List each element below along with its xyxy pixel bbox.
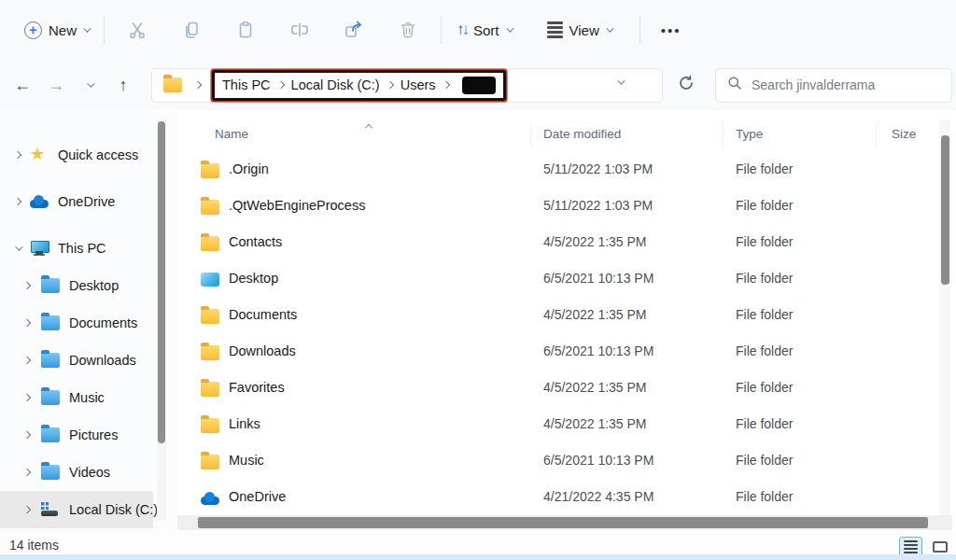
delete-button[interactable]	[381, 11, 435, 49]
file-name[interactable]: Contacts	[229, 234, 282, 249]
file-row-documents[interactable]: Documents 4/5/2022 1:35 PM File folder	[177, 298, 934, 334]
file-name[interactable]: Desktop	[229, 271, 278, 286]
cut-button[interactable]	[110, 11, 164, 49]
file-explorer-window: + New	[0, 0, 956, 560]
sidebar-item-onedrive[interactable]: OneDrive	[0, 183, 153, 220]
sort-button[interactable]: ↑↓ Sort	[447, 13, 521, 47]
sidebar-item-this-pc[interactable]: This PC	[0, 230, 153, 267]
search-placeholder: Search jinvalderrama	[752, 77, 875, 92]
file-name[interactable]: Downloads	[229, 343, 296, 358]
file-name[interactable]: .Origin	[229, 161, 269, 176]
column-header-size[interactable]: Size	[892, 127, 916, 141]
file-row-links[interactable]: Links 4/5/2022 1:35 PM File folder	[177, 407, 934, 443]
expand-chevron-icon[interactable]	[21, 432, 34, 438]
address-dropdown-chevron-icon[interactable]	[617, 77, 625, 84]
recent-locations-button[interactable]	[73, 69, 106, 101]
column-divider[interactable]	[723, 123, 724, 147]
file-rows: .Origin 5/11/2022 1:03 PM File folder .Q…	[177, 152, 934, 516]
file-name[interactable]: Links	[229, 416, 260, 431]
file-date-modified: 6/5/2021 10:13 PM	[543, 271, 654, 286]
desktop-icon	[201, 273, 219, 287]
onedrive-icon	[30, 194, 49, 209]
file-type: File folder	[736, 416, 793, 431]
file-name[interactable]: .QtWebEngineProcess	[229, 198, 365, 213]
sidebar-item-videos[interactable]: Videos	[0, 454, 153, 491]
refresh-button[interactable]	[670, 69, 702, 101]
folder-icon	[201, 163, 219, 178]
vertical-scrollbar[interactable]	[939, 119, 950, 515]
column-header-type[interactable]: Type	[736, 127, 763, 141]
expand-chevron-icon[interactable]	[21, 395, 34, 400]
search-icon	[727, 76, 742, 94]
sort-ascending-caret-icon	[366, 118, 372, 134]
navigation-pane: Quick access OneDrive This PC Desktop Do…	[0, 110, 153, 532]
file-row-origin[interactable]: .Origin 5/11/2022 1:03 PM File folder	[177, 152, 934, 189]
view-button[interactable]: View	[538, 12, 621, 49]
sidebar-item-desktop[interactable]: Desktop	[0, 267, 153, 304]
expand-chevron-icon[interactable]	[21, 469, 34, 475]
file-date-modified: 4/5/2022 1:35 PM	[543, 380, 647, 395]
expand-chevron-icon[interactable]	[21, 507, 34, 512]
file-row-downloads[interactable]: Downloads 6/5/2021 10:13 PM File folder	[177, 334, 934, 371]
column-header-date-modified[interactable]: Date modified	[543, 127, 621, 141]
window-bottom-edge	[0, 554, 956, 560]
new-button[interactable]: + New	[15, 14, 98, 47]
chevron-down-icon	[83, 24, 91, 32]
sidebar-item-music[interactable]: Music	[0, 379, 153, 416]
file-date-modified: 4/5/2022 1:35 PM	[543, 234, 647, 249]
file-row-desktop[interactable]: Desktop 6/5/2021 10:13 PM File folder	[177, 261, 934, 298]
forward-button[interactable]: →	[39, 69, 73, 101]
breadcrumb[interactable]: This PC Local Disk (C:) Users	[151, 68, 663, 103]
breadcrumb-this-pc[interactable]: This PC	[222, 77, 271, 92]
file-type: File folder	[736, 271, 793, 286]
column-divider[interactable]	[530, 123, 531, 147]
expand-chevron-icon[interactable]	[11, 245, 24, 251]
breadcrumb-users[interactable]: Users	[401, 77, 436, 92]
expand-chevron-icon[interactable]	[11, 152, 24, 158]
file-type: File folder	[736, 234, 793, 249]
folder-icon	[201, 382, 219, 397]
file-type: File folder	[736, 489, 793, 504]
column-divider[interactable]	[876, 123, 877, 147]
file-row-qtwebengineprocess[interactable]: .QtWebEngineProcess 5/11/2022 1:03 PM Fi…	[177, 189, 934, 225]
vertical-scrollbar-thumb[interactable]	[941, 135, 949, 285]
file-row-music[interactable]: Music 6/5/2021 10:13 PM File folder	[177, 443, 934, 480]
folder-icon	[201, 236, 219, 251]
file-row-contacts[interactable]: Contacts 4/5/2022 1:35 PM File folder	[177, 225, 934, 261]
share-button[interactable]	[327, 11, 381, 49]
column-header-name[interactable]: Name	[215, 127, 248, 141]
copy-button[interactable]	[164, 11, 218, 49]
file-type: File folder	[736, 198, 793, 213]
expand-chevron-icon[interactable]	[21, 357, 34, 363]
expand-chevron-icon[interactable]	[21, 320, 34, 326]
star-icon	[30, 147, 49, 162]
back-button[interactable]: ←	[6, 69, 39, 101]
expand-chevron-icon[interactable]	[11, 199, 24, 204]
rename-button[interactable]	[273, 11, 327, 49]
sidebar-item-documents[interactable]: Documents	[0, 304, 153, 342]
horizontal-scrollbar-thumb[interactable]	[198, 517, 928, 528]
file-name[interactable]: Documents	[229, 307, 297, 322]
search-input[interactable]: Search jinvalderrama	[715, 68, 952, 103]
expand-chevron-icon[interactable]	[21, 283, 34, 288]
file-name[interactable]: Favorites	[229, 380, 285, 395]
horizontal-scrollbar[interactable]	[177, 515, 952, 530]
file-date-modified: 5/11/2022 1:03 PM	[543, 161, 653, 176]
sidebar-scrollbar[interactable]	[157, 119, 166, 521]
sidebar-item-downloads[interactable]: Downloads	[0, 342, 153, 379]
trash-icon	[398, 20, 418, 40]
file-type: File folder	[736, 453, 793, 468]
file-row-favorites[interactable]: Favorites 4/5/2022 1:35 PM File folder	[177, 371, 934, 407]
sidebar-item-quick-access[interactable]: Quick access	[0, 136, 153, 174]
folder-icon	[201, 309, 219, 324]
sidebar-item-local-disk-c[interactable]: Local Disk (C:)	[0, 491, 153, 528]
up-button[interactable]: ↑	[106, 69, 140, 101]
sidebar-scrollbar-thumb[interactable]	[158, 121, 165, 443]
file-name[interactable]: Music	[229, 453, 264, 468]
file-name[interactable]: OneDrive	[229, 489, 286, 504]
paste-button[interactable]	[218, 11, 273, 49]
sidebar-item-pictures[interactable]: Pictures	[0, 416, 153, 454]
breadcrumb-local-disk-c[interactable]: Local Disk (C:)	[291, 77, 380, 92]
file-row-onedrive[interactable]: OneDrive 4/21/2022 4:35 PM File folder	[177, 480, 934, 516]
see-more-button[interactable]: •••	[652, 15, 691, 46]
